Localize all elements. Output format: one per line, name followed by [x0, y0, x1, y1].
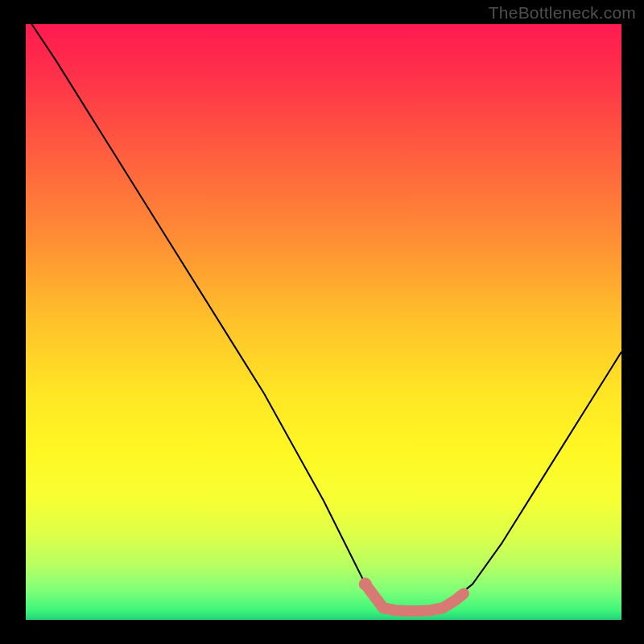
- highlight-segment: [365, 584, 464, 611]
- highlight-dot: [359, 578, 372, 591]
- chart-stage: TheBottleneck.com: [0, 0, 644, 644]
- plot-area: [26, 24, 621, 620]
- curve-line: [31, 24, 621, 611]
- watermark-text: TheBottleneck.com: [489, 3, 636, 23]
- chart-svg: [26, 24, 621, 620]
